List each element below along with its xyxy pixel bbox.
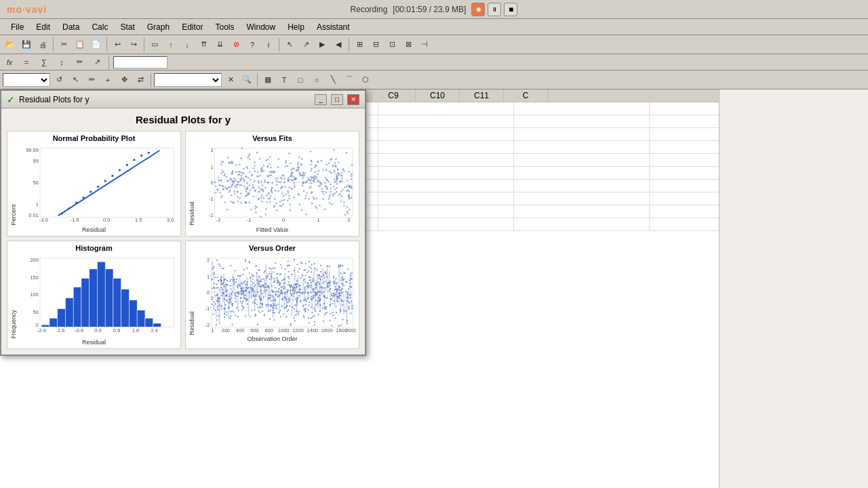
- close-graph-btn[interactable]: ✕: [223, 73, 238, 87]
- select-btn[interactable]: ▦: [260, 73, 275, 87]
- plus-btn[interactable]: +: [100, 73, 115, 87]
- cursor-btn[interactable]: ↖: [68, 73, 83, 87]
- cell-c7[interactable]: [650, 141, 719, 153]
- menu-calc[interactable]: Calc: [86, 21, 113, 33]
- cell-reference[interactable]: [113, 56, 167, 68]
- cut-btn[interactable]: ✂: [56, 37, 71, 52]
- menu-data[interactable]: Data: [57, 21, 85, 33]
- cell-c7[interactable]: [650, 218, 719, 230]
- dialog-minimize-btn[interactable]: _: [315, 94, 327, 105]
- cell-c6[interactable]: [514, 115, 650, 127]
- style-select[interactable]: [3, 73, 50, 87]
- menu-assistant[interactable]: Assistant: [311, 21, 355, 33]
- cell-c7[interactable]: [650, 115, 719, 127]
- cell-c7[interactable]: [650, 192, 719, 205]
- menu-file[interactable]: File: [5, 21, 29, 33]
- tb-stop[interactable]: ⊘: [229, 37, 243, 52]
- poly-btn[interactable]: ⬡: [358, 73, 373, 87]
- tb-sel1[interactable]: ⊞: [352, 37, 367, 52]
- col-header-c12[interactable]: C: [504, 89, 548, 102]
- cell-c7[interactable]: [650, 128, 719, 140]
- print-btn[interactable]: 🖨: [35, 37, 50, 52]
- residual-plots-dialog[interactable]: ✓ Residual Plots for y _ □ ✕ Residual Pl…: [0, 89, 366, 356]
- cell-c7[interactable]: [650, 102, 719, 115]
- tb1[interactable]: ▭: [147, 37, 162, 52]
- copy-btn[interactable]: 📋: [73, 37, 87, 52]
- tb-nav2[interactable]: ↗: [298, 37, 313, 52]
- circ-btn[interactable]: ○: [309, 73, 324, 87]
- col-header-c10[interactable]: C10: [416, 89, 460, 102]
- menu-editor[interactable]: Editor: [176, 21, 208, 33]
- cell-c5[interactable]: [378, 102, 514, 115]
- cell-c6[interactable]: [514, 218, 650, 230]
- tb-nav3[interactable]: ▶: [315, 37, 330, 52]
- menu-tools[interactable]: Tools: [210, 21, 239, 33]
- cell-c6[interactable]: [514, 102, 650, 115]
- tb-sel2[interactable]: ⊟: [368, 37, 383, 52]
- tb5[interactable]: ⇊: [212, 37, 227, 52]
- cell-c6[interactable]: [514, 154, 650, 166]
- tb3[interactable]: ↓: [180, 37, 195, 52]
- cell-c5[interactable]: [378, 141, 514, 153]
- formula-nav1[interactable]: =: [19, 55, 34, 70]
- save-btn[interactable]: 💾: [19, 37, 34, 52]
- menu-graph[interactable]: Graph: [142, 21, 175, 33]
- font-select[interactable]: [154, 73, 222, 87]
- tb-help[interactable]: ?: [245, 37, 260, 52]
- tb-nav1[interactable]: ↖: [282, 37, 297, 52]
- zoom-btn[interactable]: 🔍: [239, 73, 254, 87]
- cell-c6[interactable]: [514, 180, 650, 192]
- move-btn[interactable]: ✥: [117, 73, 132, 87]
- menu-help[interactable]: Help: [282, 21, 310, 33]
- line-btn[interactable]: ╲: [326, 73, 340, 87]
- dialog-maximize-btn[interactable]: □: [331, 94, 343, 105]
- tb2-2[interactable]: ⇄: [133, 73, 148, 87]
- col-header-c9[interactable]: C9: [372, 89, 416, 102]
- undo-btn[interactable]: ↩: [110, 37, 125, 52]
- cell-c5[interactable]: [378, 180, 514, 192]
- cell-c5[interactable]: [378, 154, 514, 166]
- cell-c5[interactable]: [378, 205, 514, 218]
- cell-c6[interactable]: [514, 205, 650, 218]
- tb-end[interactable]: ⊣: [417, 37, 432, 52]
- menu-stat[interactable]: Stat: [115, 21, 140, 33]
- tb-sel4[interactable]: ⊠: [401, 37, 416, 52]
- tb2[interactable]: ↑: [163, 37, 178, 52]
- cell-c6[interactable]: [514, 141, 650, 153]
- cell-c5[interactable]: [378, 218, 514, 230]
- open-btn[interactable]: 📂: [3, 37, 18, 52]
- col-header-c11[interactable]: C11: [460, 89, 504, 102]
- tb2-1[interactable]: ↺: [52, 73, 66, 87]
- cell-c5[interactable]: [378, 128, 514, 140]
- cell-c7[interactable]: [650, 205, 719, 218]
- tb4[interactable]: ⇈: [196, 37, 211, 52]
- formula-nav2[interactable]: ∑: [37, 55, 52, 70]
- stop-button[interactable]: ⏹: [504, 3, 517, 16]
- pencil-btn[interactable]: ✏: [84, 73, 99, 87]
- cell-c6[interactable]: [514, 128, 650, 140]
- rect-btn[interactable]: □: [293, 73, 308, 87]
- cell-c5[interactable]: [378, 115, 514, 127]
- cell-c7[interactable]: [650, 154, 719, 166]
- redo-btn[interactable]: ↪: [126, 37, 141, 52]
- cell-c5[interactable]: [378, 167, 514, 179]
- paste-btn[interactable]: 📄: [89, 37, 104, 52]
- cell-c7[interactable]: [650, 167, 719, 179]
- pause-button[interactable]: ⏸: [488, 3, 501, 16]
- cell-c6[interactable]: [514, 167, 650, 179]
- cell-c6[interactable]: [514, 192, 650, 205]
- formula-nav4[interactable]: ✏: [72, 55, 87, 70]
- text-btn[interactable]: T: [277, 73, 292, 87]
- cell-c7[interactable]: [650, 180, 719, 192]
- tb-info[interactable]: i: [261, 37, 276, 52]
- tb-nav4[interactable]: ◀: [331, 37, 346, 52]
- formula-nav3[interactable]: ↕: [54, 55, 69, 70]
- formula-nav5[interactable]: ↗: [90, 55, 104, 70]
- tb-sel3[interactable]: ⊡: [384, 37, 399, 52]
- menu-edit[interactable]: Edit: [31, 21, 56, 33]
- cell-c5[interactable]: [378, 192, 514, 205]
- arc-btn[interactable]: ⌒: [342, 73, 357, 87]
- dialog-close-btn[interactable]: ✕: [347, 94, 359, 105]
- rec-button[interactable]: ⏺: [471, 3, 485, 16]
- menu-window[interactable]: Window: [241, 21, 281, 33]
